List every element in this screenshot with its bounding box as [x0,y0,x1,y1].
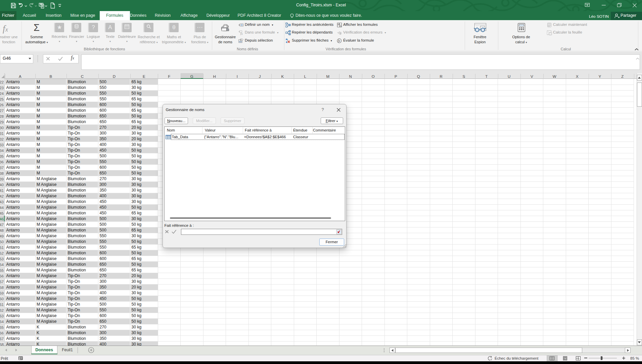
svg-text:fx: fx [338,39,341,43]
svg-text:fx: fx [340,25,342,28]
svg-text:fx: fx [240,32,243,36]
svg-text:!: ! [340,32,341,35]
